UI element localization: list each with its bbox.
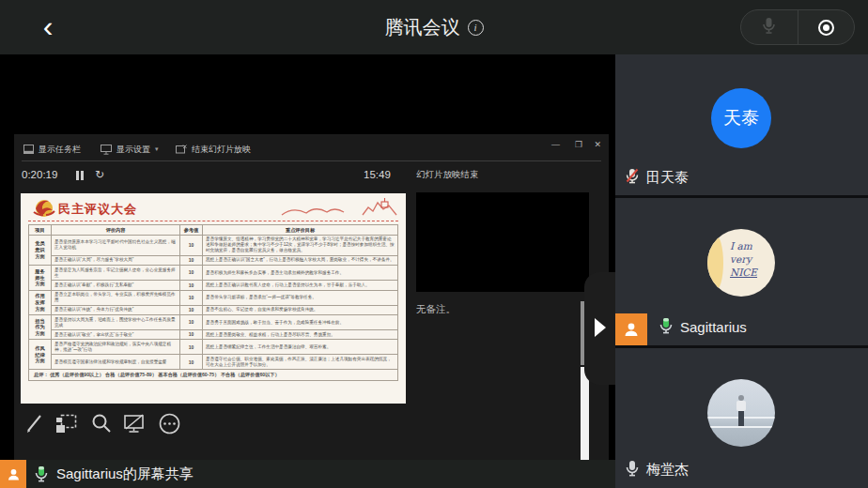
record-capsule-button[interactable] <box>798 10 855 44</box>
restart-timer-button[interactable]: ↻ <box>95 168 104 181</box>
close-button[interactable]: ✕ <box>594 140 601 149</box>
participant-tile[interactable]: 梅堂杰 <box>615 348 868 488</box>
info-icon[interactable]: i <box>468 20 484 36</box>
screen-slash-icon <box>123 413 146 434</box>
taskbar-icon <box>23 145 34 154</box>
pen-icon <box>24 413 45 434</box>
expand-arrow-icon <box>595 318 606 337</box>
slide-title: 民主评议大会 <box>58 201 137 218</box>
table-header-cell: 参考值 <box>180 225 203 236</box>
end-slideshow-label: 结束幻灯片放映 <box>192 144 251 156</box>
slide-deco-art <box>280 198 400 219</box>
table-row: 担当作为方面是否坚持以大局为重，迎难而上，围绕学校中心工作任务高质量完成10是否… <box>29 315 398 330</box>
restore-button[interactable]: ❐ <box>575 140 582 149</box>
ref-cell: 10 <box>180 266 203 281</box>
slides-grid-icon <box>55 414 77 434</box>
minimize-button[interactable]: — <box>551 140 560 149</box>
target-cell: 是否带头学习新课标，是否承担“一师一优课”等教学任务。 <box>203 290 398 305</box>
title-wrap: 腾讯会议 i <box>0 0 868 54</box>
table-row: 作用发挥方面是否立足本职岗位，带头学习、专业实践，积极发挥先锋模范作用10是否带… <box>29 290 398 305</box>
black-screen-button[interactable] <box>123 412 146 435</box>
more-options-button[interactable] <box>158 412 180 435</box>
table-row: 党员意识方面是否坚持原原本本学习习近平新时代中国特色社会主义思想，端正入党动机1… <box>29 235 398 255</box>
ref-cell: 10 <box>180 281 203 291</box>
target-cell: 是否遵守社会公德、职业道德、家庭美德，作风正派、清正廉洁；上述几项如有突出表现的… <box>203 355 398 370</box>
participant-name-row: 梅堂杰 <box>625 460 689 480</box>
elapsed-timer: 0:20:19 <box>22 169 57 180</box>
zoom-slide-button[interactable] <box>90 412 113 435</box>
end-show-icon <box>176 145 187 155</box>
notes-text: 无备注。 <box>416 303 456 316</box>
table-row: 服务师生方面是否坚定为人民服务宗旨，牢记立德树人使命，全心全意服务师生10是否积… <box>29 266 398 281</box>
show-taskbar-button[interactable]: 显示任务栏 <box>23 142 81 157</box>
participants-sidebar: 天泰 田天泰 I am <box>615 54 868 488</box>
ref-cell: 10 <box>180 315 203 330</box>
content-cell: 是否立足本职岗位，带头学习、专业实践，积极发挥先锋模范作用 <box>52 290 180 305</box>
mic-active-icon <box>659 317 674 337</box>
slideshow-status-label: 幻灯片放映结束 <box>416 169 479 181</box>
back-button[interactable]: ‹ <box>32 11 64 43</box>
person-icon <box>6 466 22 482</box>
party-emblem-icon <box>32 197 56 220</box>
ppt-presenter-window: 显示任务栏 显示设置 ▾ 结束幻灯片放映 — <box>14 134 609 488</box>
table-body: 党员意识方面是否坚持原原本本学习习近平新时代中国特色社会主义思想，端正入党动机1… <box>29 235 398 380</box>
participant-name-row: Sagittarius <box>659 317 747 337</box>
sidebar-expand-tab[interactable] <box>584 272 616 385</box>
pen-tool-button[interactable] <box>23 412 46 435</box>
content-cell: 是否模范遵守国家法律法规和学校规章制度，自觉接受监督 <box>52 355 180 370</box>
target-cell: 是否不忘初心、牢记使命，自觉传承和发扬学校优良传统。 <box>203 305 398 315</box>
pause-timer-button[interactable] <box>76 171 85 180</box>
evaluation-table: 项目评价内容参考值重点评价目标 党员意识方面是否坚持原原本本学习习近平新时代中国… <box>28 224 398 381</box>
all-slides-button[interactable] <box>54 412 77 435</box>
target-cell: 是否勇于直面困难挑战，敢于担当、善于作为，急难险重任务冲锋在前。 <box>203 315 398 330</box>
display-settings-icon <box>101 145 112 155</box>
target-cell: 是否学懂原文、悟透精神，学习贯彻党的二十大精神和党章，学习习近平总书记关于教育的… <box>203 235 398 255</box>
sharing-badge <box>0 460 26 488</box>
content-cell: 是否坚持原原本本学习习近平新时代中国特色社会主义思想，端正入党动机 <box>52 235 180 255</box>
target-cell: 思想上是否正确认识教书育人使命，行动上是否坚持以生为本，甘于奉献，乐于助人。 <box>203 281 398 291</box>
display-settings-button[interactable]: 显示设置 ▾ <box>101 142 159 157</box>
show-taskbar-label: 显示任务栏 <box>39 144 81 156</box>
mic-muted-icon <box>625 168 640 187</box>
clock-time: 15:49 <box>364 169 391 180</box>
participant-name: Sagittarius <box>680 319 747 335</box>
page-title: 腾讯会议 <box>385 15 460 40</box>
table-footer-cell: 总评： 优秀（总评价值90以上） 合格（总评价值75-89） 基本合格（总评价值… <box>29 370 398 381</box>
table-row: 是否正确认识“奉献”，积极践行“无私奉献”10思想上是否正确认识教书育人使命，行… <box>29 281 398 291</box>
target-cell: 是否积极为师生和家长多办实事，是否主动承担额外的教学和服务工作。 <box>203 266 398 281</box>
category-cell: 服务师生方面 <box>29 266 52 290</box>
next-slide-preview <box>416 192 589 292</box>
dropdown-caret-icon: ▾ <box>155 145 159 153</box>
end-slideshow-button[interactable]: 结束幻灯片放映 <box>176 142 251 157</box>
content-cell: 是否正确认识“大局”，尽力服务“学校大局” <box>52 255 180 266</box>
person-icon <box>622 320 641 339</box>
display-settings-label: 显示设置 <box>116 144 150 156</box>
participant-tile[interactable]: I am very NICE <box>615 198 868 345</box>
toolbar-divider <box>22 160 601 161</box>
ref-cell: 10 <box>180 290 203 305</box>
mic-capsule-button[interactable] <box>741 10 798 44</box>
participant-tile[interactable]: 天泰 田天泰 <box>615 54 868 195</box>
table-row: 是否正确认识“敬业”，拿出状态“乐于敬业”10思想上是否爱岗敬业、精益求精，行动… <box>29 329 398 340</box>
current-slide: 民主评议大会 项目评价内容参考值重点评价目标 党员意识方面是否坚持原原本本学习习… <box>21 193 406 404</box>
avatar: 天泰 <box>711 88 771 148</box>
avatar <box>707 379 775 447</box>
mic-active-icon <box>34 465 49 483</box>
target-cell: 思想上是否爱岗敬业、精益求精，行动上是否尽职尽责、勇挑重担。 <box>203 329 398 340</box>
table-row: 是否正确认识“大局”，尽力服务“学校大局”10思想上是否正确认识“国之大者”，行… <box>29 255 398 266</box>
target-cell: 思想上是否绷紧纪律之弦，工作生活中是否廉洁自律、艰苦朴素。 <box>203 340 398 355</box>
table-row: 是否模范遵守国家法律法规和学校规章制度，自觉接受监督10是否遵守社会公德、职业道… <box>29 355 398 370</box>
table-row: 作风纪律方面是否严格遵守党的政治纪律和政治规矩，落实中央八项规定精神，推进“一改… <box>29 340 398 355</box>
ref-cell: 10 <box>180 329 203 340</box>
ref-cell: 10 <box>180 235 203 255</box>
content-cell: 是否正确认识“奉献”，积极践行“无私奉献” <box>52 281 180 291</box>
participant-name-row: 田天泰 <box>625 168 689 187</box>
table-header-cell: 项目 <box>29 225 52 236</box>
ref-cell: 10 <box>180 355 203 370</box>
category-cell: 担当作为方面 <box>29 315 52 340</box>
target-cell: 思想上是否正确认识“国之大者”，行动上是否积极融入学校大局，爱岗敬业，不计得失，… <box>203 255 398 266</box>
category-cell: 党员意识方面 <box>29 235 52 265</box>
content-cell: 是否正确认识“传统”，身体力行“优良传统” <box>52 305 180 315</box>
magnifier-icon <box>91 413 112 434</box>
mic-dim-icon <box>762 17 776 38</box>
